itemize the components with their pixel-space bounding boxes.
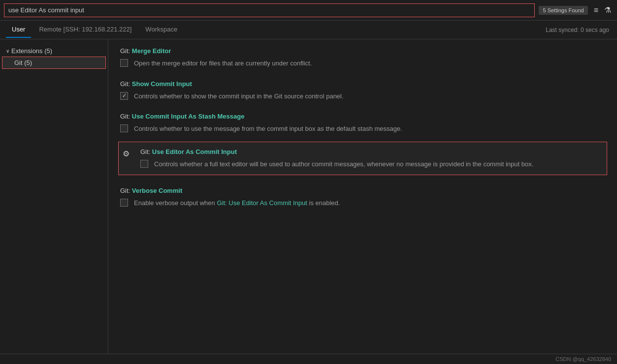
filter-icon: ⚗ (604, 5, 611, 15)
sidebar-section-header-extensions[interactable]: ∨ Extensions (5) (0, 45, 108, 57)
setting-desc-use-commit-stash: Controls whether to use the message from… (134, 124, 605, 134)
setting-use-editor-commit: ⚙ Git: Use Editor As Commit Input Contro… (118, 142, 607, 176)
search-icons: ≡ ⚗ (592, 4, 613, 16)
setting-title-verbose-commit: Git: Verbose Commit (120, 187, 605, 194)
sidebar-item-git[interactable]: Git (5) (2, 57, 106, 69)
setting-row-show-commit-input: Controls whether to show the commit inpu… (120, 91, 605, 101)
footer-text: CSDN @qq_42632840 (555, 356, 611, 362)
setting-row-merge-editor: Open the merge editor for files that are… (120, 59, 605, 68)
list-icon-button[interactable]: ≡ (592, 5, 600, 16)
settings-content: Git: Merge Editor Open the merge editor … (108, 39, 617, 354)
list-icon: ≡ (594, 6, 598, 15)
setting-title-use-commit-stash: Git: Use Commit Input As Stash Message (120, 113, 605, 120)
sidebar-section-extensions: ∨ Extensions (5) Git (5) (0, 43, 108, 71)
setting-row-use-commit-stash: Controls whether to use the message from… (120, 124, 605, 134)
gear-icon-wrap: ⚙ (123, 149, 134, 158)
checkbox-use-editor-commit[interactable] (140, 160, 149, 169)
setting-desc-show-commit-input: Controls whether to show the commit inpu… (134, 91, 605, 101)
tabs-bar: User Remote [SSH: 192.168.221.222] Works… (0, 21, 617, 39)
checkbox-merge-editor[interactable] (120, 59, 129, 68)
setting-merge-editor: Git: Merge Editor Open the merge editor … (120, 47, 605, 68)
sidebar-section-label: Extensions (5) (11, 47, 52, 55)
sidebar: ∨ Extensions (5) Git (5) (0, 39, 108, 354)
tab-workspace[interactable]: Workspace (139, 22, 183, 38)
checkbox-verbose-commit[interactable] (120, 199, 129, 208)
tab-remote[interactable]: Remote [SSH: 192.168.221.222] (33, 22, 137, 38)
checkbox-box-verbose-commit[interactable] (120, 199, 128, 207)
search-results-badge: 5 Settings Found (539, 6, 587, 15)
main-layout: ∨ Extensions (5) Git (5) Git: Merge Edit… (0, 39, 617, 354)
setting-show-commit-input: Git: Show Commit Input Controls whether … (120, 80, 605, 101)
setting-row-use-editor-commit: Controls whether a full text editor will… (140, 159, 603, 169)
checkbox-box-use-commit-stash[interactable] (120, 124, 128, 132)
setting-verbose-commit: Git: Verbose Commit Enable verbose outpu… (120, 187, 605, 208)
setting-highlighted-inner: ⚙ Git: Use Editor As Commit Input Contro… (123, 148, 603, 169)
gear-icon: ⚙ (123, 150, 130, 158)
checkbox-box-show-commit-input[interactable] (120, 92, 128, 100)
setting-title-merge-editor: Git: Merge Editor (120, 47, 605, 55)
verbose-desc-post: is enabled. (307, 199, 340, 207)
last-synced: Last synced: 0 secs ago (546, 27, 609, 33)
verbose-desc-link[interactable]: Git: Use Editor As Commit Input (217, 199, 307, 207)
setting-highlighted-content: Git: Use Editor As Commit Input Controls… (140, 148, 603, 169)
checkbox-box-merge-editor[interactable] (120, 59, 128, 67)
setting-desc-verbose-commit: Enable verbose output when Git: Use Edit… (134, 198, 605, 208)
setting-desc-merge-editor: Open the merge editor for files that are… (134, 59, 605, 68)
checkbox-use-commit-stash[interactable] (120, 124, 129, 133)
search-bar: 5 Settings Found ≡ ⚗ (0, 0, 617, 21)
setting-row-verbose-commit: Enable verbose output when Git: Use Edit… (120, 198, 605, 208)
chevron-down-icon: ∨ (6, 48, 9, 54)
setting-desc-use-editor-commit: Controls whether a full text editor will… (154, 159, 603, 169)
checkbox-show-commit-input[interactable] (120, 92, 129, 101)
filter-icon-button[interactable]: ⚗ (602, 4, 613, 16)
setting-use-commit-stash: Git: Use Commit Input As Stash Message C… (120, 113, 605, 134)
tab-user[interactable]: User (6, 22, 31, 38)
setting-title-use-editor-commit: Git: Use Editor As Commit Input (140, 148, 603, 155)
checkbox-box-use-editor-commit[interactable] (140, 160, 148, 168)
search-input-wrap (4, 3, 535, 17)
verbose-desc-pre: Enable verbose output when (134, 199, 217, 207)
search-input[interactable] (4, 3, 535, 17)
setting-title-show-commit-input: Git: Show Commit Input (120, 80, 605, 88)
footer: CSDN @qq_42632840 (0, 354, 617, 364)
